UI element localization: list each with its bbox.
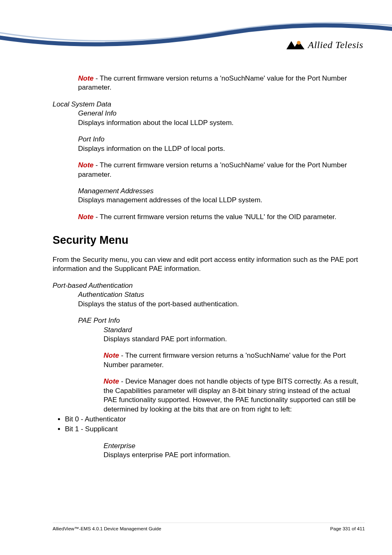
port-info-note: Note - The current firmware version retu… — [78, 161, 365, 179]
standard-body: Displays standard PAE port information. — [104, 335, 365, 344]
footer-right: Page 331 of 411 — [330, 526, 365, 531]
bits-list: Bit 0 - Authenticator Bit 1 - Supplicant — [62, 415, 365, 434]
enterprise-body: Displays enterprise PAE port information… — [104, 451, 365, 460]
standard-note2: Note - Device Manager does not handle ob… — [104, 377, 365, 414]
svg-point-2 — [297, 41, 301, 44]
note-label: Note — [78, 161, 94, 169]
mgmt-addr-title: Management Addresses — [78, 187, 365, 196]
standard-note2-text: - Device Manager does not handle objects… — [104, 377, 358, 413]
standard-note1-text: - The current firmware version returns a… — [104, 352, 346, 368]
note-label: Note — [104, 377, 119, 385]
list-item: Bit 0 - Authenticator — [65, 415, 365, 424]
auth-status-body: Displays the status of the port-based au… — [78, 300, 365, 309]
port-info-body: Displays information on the LLDP of loca… — [78, 144, 365, 153]
auth-status-title: Authentication Status — [78, 290, 365, 299]
mgmt-addr-body: Displays management addresses of the loc… — [78, 196, 365, 205]
port-info-title: Port Info — [78, 135, 365, 144]
mgmt-addr-note: Note - The current firmware version retu… — [78, 213, 365, 222]
brand-logo-mark — [286, 40, 305, 50]
mgmt-addr-note-text: - The current firmware version returns t… — [94, 213, 337, 221]
brand-logo: Allied Telesis — [286, 39, 363, 51]
pba-heading: Port-based Authentication — [53, 281, 365, 290]
pae-port-info-title: PAE Port Info — [78, 316, 365, 325]
brand-logo-text: Allied Telesis — [308, 39, 363, 51]
top-note-text: - The current firmware version returns a… — [78, 74, 347, 91]
page-footer: AlliedView™-EMS 4.0.1 Device Management … — [53, 523, 365, 531]
general-info-body: Displays information about the local LLD… — [78, 118, 365, 127]
page-content: Note - The current firmware version retu… — [53, 74, 365, 460]
general-info-title: General Info — [78, 109, 365, 118]
list-item: Bit 1 - Supplicant — [65, 425, 365, 434]
top-note: Note - The current firmware version retu… — [78, 74, 365, 92]
security-menu-heading: Security Menu — [53, 233, 365, 248]
footer-left: AlliedView™-EMS 4.0.1 Device Management … — [53, 526, 161, 531]
note-label: Note — [104, 352, 119, 359]
enterprise-title: Enterprise — [104, 442, 365, 451]
header-decoration — [0, 0, 392, 62]
note-label: Note — [78, 74, 94, 82]
local-system-data-heading: Local System Data — [53, 100, 365, 109]
security-menu-intro: From the Security menu, you can view and… — [53, 255, 365, 274]
note-label: Note — [78, 213, 94, 221]
standard-note1: Note - The current firmware version retu… — [104, 351, 365, 370]
port-info-note-text: - The current firmware version returns a… — [78, 161, 347, 178]
standard-title: Standard — [104, 326, 365, 335]
